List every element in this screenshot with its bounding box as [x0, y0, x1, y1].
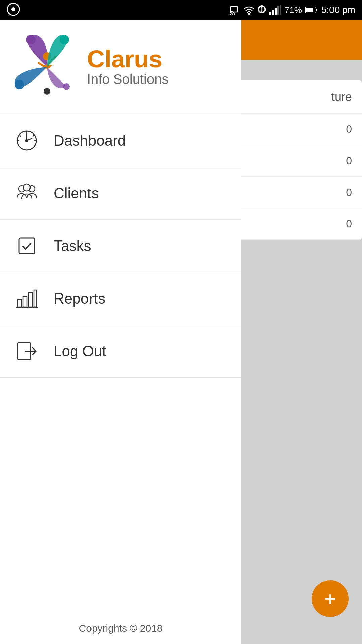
svg-rect-8	[277, 6, 279, 15]
svg-point-15	[60, 35, 69, 44]
svg-point-13	[26, 35, 36, 44]
right-panel-row-1: 0	[238, 114, 362, 145]
svg-rect-6	[272, 10, 274, 15]
sidebar-item-reports-label: Reports	[54, 290, 105, 307]
status-time: 5:00 pm	[321, 5, 355, 15]
svg-rect-12	[306, 8, 313, 12]
battery-icon	[305, 6, 318, 14]
svg-rect-5	[269, 12, 271, 15]
sidebar-item-logout-label: Log Out	[54, 343, 106, 360]
sidebar-logo: Clarus Info Solutions	[0, 20, 241, 114]
cast-icon	[230, 5, 240, 15]
svg-rect-11	[316, 9, 317, 11]
svg-point-18	[44, 88, 50, 95]
fab-icon: +	[324, 587, 336, 610]
sidebar-item-dashboard-label: Dashboard	[54, 132, 126, 149]
logo-text: Clarus Info Solutions	[87, 47, 168, 87]
svg-point-3	[230, 14, 231, 15]
right-panel-header: ture	[238, 80, 362, 114]
svg-rect-27	[28, 293, 33, 307]
svg-point-23	[23, 184, 30, 191]
tasks-icon	[13, 232, 40, 259]
svg-rect-25	[18, 300, 22, 307]
svg-rect-7	[275, 8, 277, 15]
logout-icon	[13, 338, 40, 365]
sidebar-item-clients[interactable]: Clients	[0, 167, 241, 220]
logo-title: Clarus	[87, 47, 168, 71]
right-panel-row-4: 0	[238, 208, 362, 240]
right-panel-row-2: 0	[238, 145, 362, 177]
svg-point-16	[15, 80, 24, 89]
copyright-text: Copyrights © 2018	[79, 623, 163, 634]
right-panel-row-3: 0	[238, 177, 362, 208]
sidebar-nav: Dashboard Clients	[0, 114, 241, 378]
clients-icon	[13, 180, 40, 207]
svg-point-17	[63, 83, 70, 90]
sidebar-item-logout[interactable]: Log Out	[0, 325, 241, 378]
status-bar-app-icon	[7, 3, 20, 17]
sidebar-item-clients-label: Clients	[54, 185, 99, 202]
status-bar-icons: ⓵ 71% 5:00 pm	[230, 5, 355, 15]
fab-button[interactable]: +	[312, 580, 349, 617]
svg-rect-26	[23, 296, 27, 307]
sidebar-item-reports[interactable]: Reports	[0, 272, 241, 325]
signal-icon	[269, 5, 281, 15]
svg-rect-9	[280, 5, 281, 15]
svg-point-1	[11, 7, 15, 11]
sidebar-footer: Copyrights © 2018	[0, 612, 241, 644]
battery-percent: 71%	[285, 5, 302, 15]
reports-icon	[13, 285, 40, 312]
sidebar-item-dashboard[interactable]: Dashboard	[0, 114, 241, 167]
svg-point-4	[248, 13, 250, 15]
logo-subtitle: Info Solutions	[87, 71, 168, 87]
sim-icon: ⓵	[258, 5, 266, 15]
svg-rect-28	[34, 290, 37, 307]
sidebar-item-tasks[interactable]: Tasks	[0, 220, 241, 272]
wifi-icon	[244, 5, 254, 15]
svg-point-20	[26, 140, 28, 142]
logo-graphic	[13, 34, 80, 101]
status-bar: ⓵ 71% 5:00 pm	[0, 0, 362, 20]
right-panel: ture 0 0 0 0	[238, 80, 362, 240]
sidebar: Clarus Info Solutions	[0, 20, 241, 644]
sidebar-item-tasks-label: Tasks	[54, 237, 91, 254]
dashboard-icon	[13, 127, 40, 154]
svg-rect-24	[19, 238, 35, 254]
